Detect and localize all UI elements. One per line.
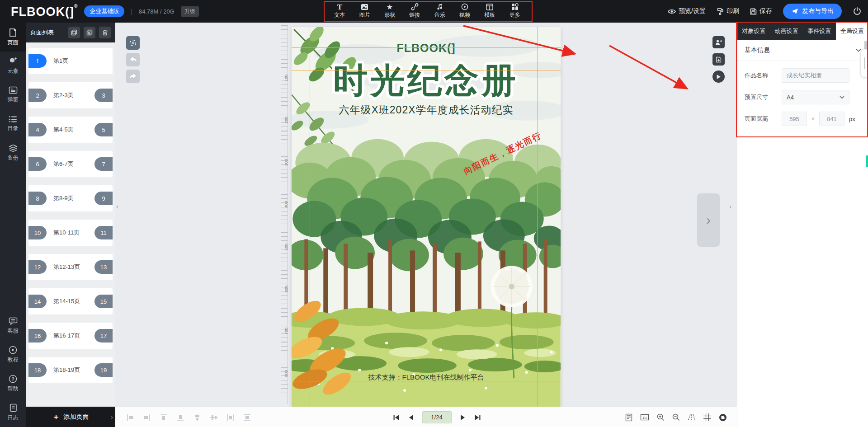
preset-size-select[interactable]: A4 — [782, 90, 849, 104]
tool-music[interactable]: 音乐 — [431, 3, 449, 19]
nav-toc[interactable]: 目录 — [0, 109, 26, 138]
redo-button[interactable] — [126, 70, 140, 83]
page-list-item[interactable]: 10 第10-11页 11 — [28, 220, 113, 246]
next-page-icon[interactable] — [460, 414, 466, 421]
work-name-label: 作品名称 — [745, 71, 777, 80]
tab-event-settings[interactable]: 事件设置 — [803, 23, 836, 40]
undo-button[interactable] — [126, 53, 140, 66]
tool-more[interactable]: 更多 — [506, 3, 524, 19]
collaborate-button[interactable] — [712, 36, 725, 48]
copy-pages-button[interactable] — [68, 27, 80, 38]
page-list-item[interactable]: 14 第14-15页 15 — [28, 288, 113, 314]
first-page-icon[interactable] — [392, 414, 400, 421]
separator: | — [131, 8, 132, 15]
page-list-item[interactable]: 16 第16-17页 17 — [28, 323, 113, 349]
plan-badge[interactable]: 企业基础版 — [84, 5, 124, 17]
tool-shape[interactable]: ★ 形状 — [381, 3, 399, 19]
zoom-out-icon[interactable] — [672, 413, 680, 421]
align-right-icon[interactable] — [143, 413, 151, 422]
cover-subtitle[interactable]: 六年级X班202X学年度成长活动纪实 — [292, 103, 561, 117]
collapse-settings-icon[interactable]: › — [729, 202, 731, 210]
svg-text:?: ? — [11, 376, 14, 382]
align-center-vertical-icon[interactable] — [210, 413, 218, 422]
page-indicator[interactable]: 1/24 — [422, 411, 452, 423]
nav-tutorial[interactable]: 教程 — [0, 340, 26, 369]
preview-settings-button[interactable]: 预览/设置 — [668, 7, 706, 15]
guides-icon[interactable] — [688, 414, 696, 421]
work-name-input[interactable] — [782, 68, 849, 83]
nav-log[interactable]: 日志 — [0, 398, 26, 427]
panel-resize-handle[interactable] — [860, 49, 868, 78]
tool-text[interactable]: T 文本 — [330, 3, 349, 19]
auto-arrange-button[interactable]: A — [126, 36, 140, 50]
delete-page-button[interactable] — [99, 27, 111, 38]
save-button[interactable]: 保存 — [750, 7, 772, 15]
cover-title[interactable]: 时光纪念册 — [292, 57, 561, 102]
tool-image[interactable]: 图片 — [356, 3, 374, 19]
align-left-icon[interactable] — [126, 413, 134, 422]
tool-link[interactable]: 链接 — [406, 3, 424, 19]
tab-animation-settings[interactable]: 动画设置 — [770, 23, 803, 40]
ruler-tick-label: 300 — [284, 159, 288, 166]
cover-page[interactable]: FLBOOK(] 时光纪念册 六年级X班202X学年度成长活动纪实 向阳而生，逐… — [292, 27, 561, 407]
print-roller-icon — [717, 8, 724, 15]
duplicate-page-button[interactable] — [84, 27, 95, 38]
cover-flbook-logo[interactable]: FLBOOK(] — [292, 42, 561, 55]
svg-text:1:1: 1:1 — [642, 416, 647, 419]
page-list-item[interactable]: 1 第1页 — [28, 48, 113, 74]
power-icon[interactable] — [853, 7, 862, 16]
basic-info-section-header[interactable]: 基本信息 — [737, 40, 868, 61]
next-page-arrow[interactable]: › — [697, 193, 720, 247]
guide-line-vertical-left — [310, 27, 310, 407]
tool-template[interactable]: 模板 — [481, 3, 499, 19]
page-list-item[interactable]: 6 第6-7页 7 — [28, 151, 113, 177]
page-list-item[interactable]: 4 第4-5页 5 — [28, 117, 113, 143]
image-icon — [361, 3, 368, 10]
insert-page-button[interactable] — [712, 53, 725, 66]
nav-support[interactable]: 客服 — [0, 311, 26, 340]
distribute-horizontal-icon[interactable] — [226, 413, 235, 422]
last-page-icon[interactable] — [474, 414, 481, 421]
nav-popup[interactable]: 弹窗 — [0, 80, 26, 109]
align-top-icon[interactable] — [160, 413, 168, 422]
page-list-item[interactable]: 2 第2-3页 3 — [28, 82, 113, 108]
distribute-vertical-icon[interactable] — [243, 413, 251, 422]
zoom-in-icon[interactable] — [657, 413, 665, 421]
print-button[interactable]: 印刷 — [717, 7, 739, 15]
floppy-icon — [750, 8, 757, 15]
add-page-button[interactable]: ＋ 添加页面 › — [26, 407, 115, 427]
chevron-right-icon[interactable]: › — [111, 413, 113, 421]
chevron-down-icon — [840, 96, 844, 99]
page-list-item[interactable]: 18 第18-19页 19 — [28, 357, 113, 383]
grid-icon[interactable] — [703, 413, 711, 421]
align-center-horizontal-icon[interactable] — [193, 413, 201, 422]
page-width-input[interactable] — [782, 112, 807, 126]
settings-tabs: 对象设置 动画设置 事件设置 全局设置 — [737, 23, 868, 40]
nav-elements[interactable]: 元素 — [0, 52, 26, 80]
page-list-item[interactable]: 8 第8-9页 9 — [28, 185, 113, 211]
publish-export-button[interactable]: 发布与导出 — [783, 4, 842, 19]
times-symbol: × — [811, 116, 815, 122]
editor-canvas[interactable]: A 100200300400500600700800 — [115, 23, 737, 407]
nav-pages[interactable]: 页面 — [0, 23, 26, 52]
page-height-input[interactable] — [819, 112, 844, 126]
tool-video[interactable]: 视频 — [456, 3, 474, 19]
align-bottom-icon[interactable] — [176, 413, 184, 422]
page-notes-icon[interactable] — [625, 413, 632, 422]
video-icon — [461, 3, 468, 10]
upgrade-button[interactable]: 升级 — [181, 6, 199, 17]
align-tools — [115, 413, 251, 422]
nav-help[interactable]: ? 帮助 — [0, 369, 26, 398]
preview-play-button[interactable] — [712, 70, 725, 83]
nav-backup[interactable]: 备份 — [0, 138, 26, 167]
page-flip-toggle-icon[interactable] — [719, 413, 727, 422]
previous-page-icon[interactable] — [408, 414, 414, 421]
tab-global-settings[interactable]: 全局设置 — [836, 23, 868, 40]
actual-size-icon[interactable]: 1:1 — [640, 414, 649, 421]
page-list-item[interactable]: 12 第12-13页 13 — [28, 254, 113, 280]
svg-text:A: A — [132, 41, 134, 45]
page-number-badge-right: 9 — [94, 192, 113, 205]
collapse-page-list-icon[interactable]: ‹ — [116, 202, 118, 210]
tab-object-settings[interactable]: 对象设置 — [737, 23, 770, 40]
page-number-badge-left: 6 — [28, 157, 47, 171]
